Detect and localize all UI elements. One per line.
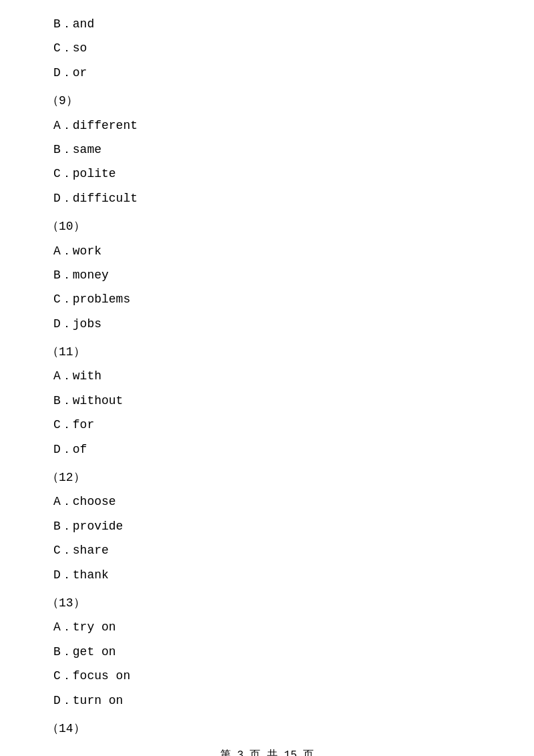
option-item: B．money <box>40 264 494 286</box>
question-number: （13） <box>40 592 494 614</box>
option-item: B．same <box>40 139 494 160</box>
option-item: C．problems <box>40 289 494 310</box>
main-content: B．andC．soD．or（9）A．differentB．sameC．polit… <box>0 0 534 756</box>
option-item: C．so <box>40 37 494 59</box>
option-item: A．with <box>40 365 494 387</box>
option-item: D．or <box>40 62 494 83</box>
option-item: B．without <box>40 390 494 411</box>
question-number: （14） <box>40 718 494 739</box>
option-item: D．thank <box>40 564 494 586</box>
option-item: D．of <box>40 439 494 460</box>
question-number: （9） <box>40 90 494 112</box>
option-item: D．difficult <box>40 188 494 209</box>
option-item: A．different <box>40 115 494 136</box>
option-item: B．provide <box>40 516 494 537</box>
page-footer: 第 3 页 共 15 页 <box>0 748 534 756</box>
option-item: A．try on <box>40 616 494 638</box>
option-item: D．turn on <box>40 690 494 711</box>
option-item: C．share <box>40 540 494 561</box>
option-item: D．jobs <box>40 313 494 335</box>
option-item: B．get on <box>40 641 494 663</box>
option-item: B．and <box>40 13 494 35</box>
option-item: A．work <box>40 240 494 262</box>
question-number: （11） <box>40 341 494 363</box>
option-item: C．for <box>40 414 494 435</box>
question-number: （10） <box>40 216 494 237</box>
option-item: A．choose <box>40 491 494 512</box>
option-item: C．focus on <box>40 665 494 687</box>
option-item: C．polite <box>40 163 494 184</box>
question-number: （12） <box>40 467 494 488</box>
